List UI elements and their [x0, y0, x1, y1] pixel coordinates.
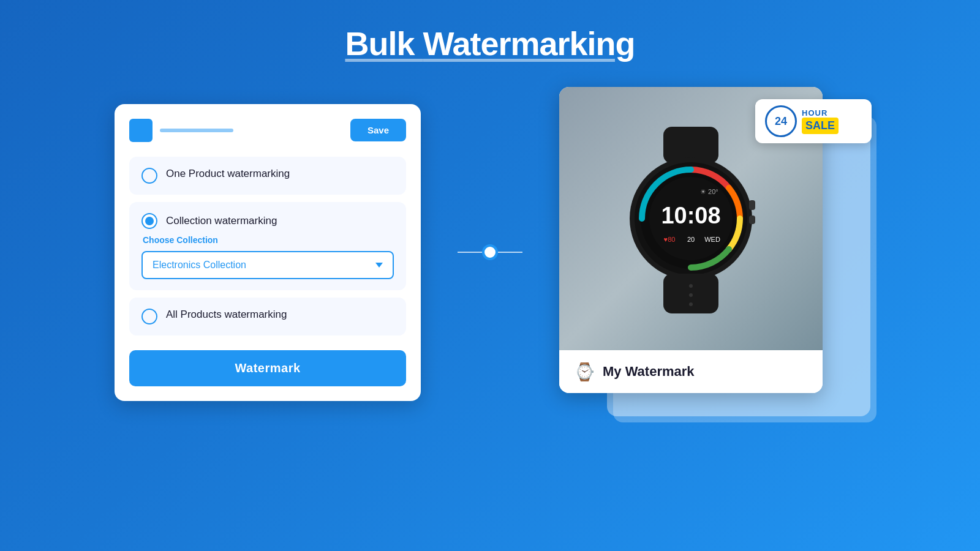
sale-clock-icon: 24: [765, 105, 797, 137]
radio-all-products[interactable]: [141, 309, 157, 324]
option-one-product-label: One Product watermarking: [166, 168, 290, 180]
svg-point-14: [689, 293, 693, 297]
sale-badge: 24 HOUR SALE: [755, 99, 872, 143]
watermark-bar: ⌚ My Watermark: [559, 350, 823, 393]
brand-square: [129, 119, 153, 142]
radio-one-product[interactable]: [141, 168, 157, 184]
svg-text:♥80: ♥80: [664, 236, 676, 243]
watch-illustration: 10:08 ♥80 20 WED ☀ 20°: [605, 121, 777, 317]
svg-point-13: [689, 284, 693, 288]
sale-hour-text: HOUR: [802, 108, 839, 118]
right-panel: 10:08 ♥80 20 WED ☀ 20°: [559, 87, 865, 418]
left-panel: Save One Product watermarking Collection…: [115, 104, 421, 401]
connector-circle: [482, 244, 498, 260]
connector: [458, 244, 522, 260]
connector-line-left: [458, 252, 482, 253]
option-one-product-card: One Product watermarking: [129, 157, 406, 195]
svg-text:☀ 20°: ☀ 20°: [700, 188, 718, 195]
page-title: Bulk Watermarking: [345, 24, 635, 62]
svg-text:20: 20: [687, 236, 695, 243]
svg-rect-10: [749, 200, 755, 210]
sale-sale-text: SALE: [802, 118, 839, 134]
collection-dropdown[interactable]: Electronics Collection: [141, 251, 394, 279]
title-part1: Bulk: [345, 25, 423, 62]
title-part2: Watermarking: [423, 25, 635, 62]
watermark-label: My Watermark: [603, 364, 695, 380]
header-left: [129, 119, 233, 142]
watermark-icon: ⌚: [574, 362, 595, 382]
collection-dropdown-value: Electronics Collection: [153, 260, 246, 271]
svg-point-15: [689, 302, 693, 306]
collection-option-row: Collection watermarking: [141, 213, 277, 229]
sale-text-area: HOUR SALE: [802, 108, 839, 135]
header-decoration-line: [160, 129, 233, 132]
connector-line-right: [498, 252, 522, 253]
watermark-button[interactable]: Watermark: [129, 350, 406, 386]
svg-rect-11: [749, 216, 755, 224]
svg-text:WED: WED: [704, 236, 720, 243]
option-all-products-card: All Products watermarking: [129, 298, 406, 335]
radio-collection-inner: [145, 217, 154, 225]
svg-text:10:08: 10:08: [661, 203, 720, 228]
choose-collection-label: Choose Collection: [143, 235, 218, 245]
sale-hour-number: 24: [775, 116, 787, 127]
panel-header: Save: [129, 119, 406, 142]
save-button[interactable]: Save: [350, 119, 406, 141]
option-all-products-label: All Products watermarking: [166, 309, 287, 321]
radio-collection[interactable]: [141, 213, 157, 229]
chevron-down-icon: [375, 263, 383, 268]
option-collection-label: Collection watermarking: [166, 215, 277, 227]
main-content: Save One Product watermarking Collection…: [0, 87, 980, 418]
option-collection-card: Collection watermarking Choose Collectio…: [129, 202, 406, 290]
